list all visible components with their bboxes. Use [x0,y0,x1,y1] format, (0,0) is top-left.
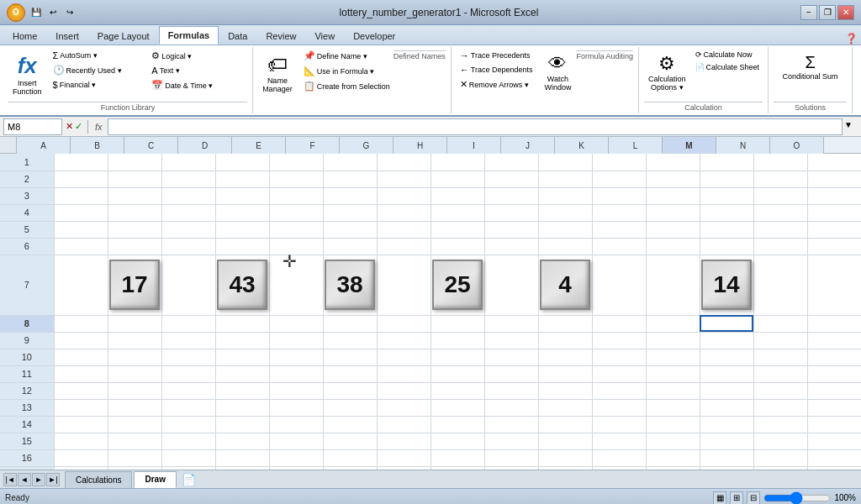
cell-O16[interactable] [807,449,861,466]
autosum-button[interactable]: Σ AutoSum ▾ [50,49,149,62]
cell-F17[interactable] [323,466,377,470]
tab-developer[interactable]: Developer [344,26,404,45]
cell-F6[interactable] [323,238,377,255]
cell-O12[interactable] [807,382,861,399]
cell-A12[interactable] [54,382,108,399]
cell-K2[interactable] [592,171,646,187]
cell-B4[interactable] [108,204,161,221]
cell-H5[interactable] [430,221,484,238]
col-header-f[interactable]: F [286,137,340,154]
cell-G1[interactable] [377,154,430,171]
cell-L14[interactable] [646,416,700,433]
cell-B3[interactable] [108,187,161,204]
cell-E16[interactable] [269,449,323,466]
cell-E3[interactable] [269,187,323,204]
tab-formulas[interactable]: Formulas [159,26,219,45]
cell-G3[interactable] [377,187,430,204]
cell-D4[interactable] [215,204,269,221]
cell-I13[interactable] [484,399,538,416]
cell-K11[interactable] [592,365,646,382]
cell-K15[interactable] [592,433,646,449]
cell-D17[interactable] [215,466,269,470]
cell-O4[interactable] [807,204,861,221]
cell-B1[interactable] [108,154,161,171]
text-button[interactable]: A Text ▾ [148,64,247,77]
tab-last-button[interactable]: ►| [46,473,60,486]
cell-A10[interactable] [54,349,108,365]
cell-N12[interactable] [753,382,807,399]
cell-M8[interactable] [700,315,753,332]
cell-B2[interactable] [108,171,161,187]
cell-C5[interactable] [161,221,215,238]
cell-E1[interactable] [269,154,323,171]
cell-F15[interactable] [323,433,377,449]
restore-button[interactable]: ❐ [819,5,836,20]
col-header-o[interactable]: O [770,137,824,154]
cell-C2[interactable] [161,171,215,187]
cell-L4[interactable] [646,204,700,221]
cell-A6[interactable] [54,238,108,255]
cell-O13[interactable] [807,399,861,416]
cell-N9[interactable] [753,332,807,349]
cell-L6[interactable] [646,238,700,255]
cell-L2[interactable] [646,171,700,187]
cell-B16[interactable] [108,449,161,466]
recently-used-button[interactable]: 🕐 Recently Used ▾ [50,63,149,77]
col-header-k[interactable]: K [555,137,609,154]
col-header-m[interactable]: M [663,137,716,154]
cell-F12[interactable] [323,382,377,399]
cell-I11[interactable] [484,365,538,382]
col-header-a[interactable]: A [17,137,71,154]
cell-J16[interactable] [538,449,592,466]
cell-D8[interactable] [215,315,269,332]
cell-O8[interactable] [807,315,861,332]
cell-I15[interactable] [484,433,538,449]
cell-I17[interactable] [484,466,538,470]
cell-C15[interactable] [161,433,215,449]
cell-C14[interactable] [161,416,215,433]
col-header-b[interactable]: B [71,137,124,154]
cell-K10[interactable] [592,349,646,365]
cell-M12[interactable] [700,382,753,399]
cell-B11[interactable] [108,365,161,382]
cell-M10[interactable] [700,349,753,365]
cell-D9[interactable] [215,332,269,349]
cell-J2[interactable] [538,171,592,187]
cell-C1[interactable] [161,154,215,171]
cell-B15[interactable] [108,433,161,449]
cell-O10[interactable] [807,349,861,365]
cell-D11[interactable] [215,365,269,382]
cell-D10[interactable] [215,349,269,365]
tab-insert[interactable]: Insert [46,26,88,45]
col-header-n[interactable]: N [716,137,770,154]
tab-page-layout[interactable]: Page Layout [88,26,159,45]
cell-I12[interactable] [484,382,538,399]
cell-C12[interactable] [161,382,215,399]
cell-A4[interactable] [54,204,108,221]
cell-N4[interactable] [753,204,807,221]
cell-A15[interactable] [54,433,108,449]
cell-G9[interactable] [377,332,430,349]
remove-arrows-button[interactable]: ✕ Remove Arrows ▾ [457,77,536,92]
sheet-tab-draw[interactable]: Draw [134,471,176,488]
cell-N6[interactable] [753,238,807,255]
cell-G13[interactable] [377,399,430,416]
cell-H7[interactable]: 25 [430,255,484,315]
cell-E7[interactable] [269,255,323,315]
cell-K6[interactable] [592,238,646,255]
cell-N14[interactable] [753,416,807,433]
cell-I4[interactable] [484,204,538,221]
cell-J6[interactable] [538,238,592,255]
cell-J4[interactable] [538,204,592,221]
cell-K13[interactable] [592,399,646,416]
cell-D12[interactable] [215,382,269,399]
zoom-slider[interactable] [763,495,831,501]
cell-C7[interactable] [161,255,215,315]
sheet-tab-calculations[interactable]: Calculations [65,471,132,488]
cell-J15[interactable] [538,433,592,449]
cell-L8[interactable] [646,315,700,332]
cell-M5[interactable] [700,221,753,238]
cell-I1[interactable] [484,154,538,171]
select-all-button[interactable] [0,137,17,153]
cell-E6[interactable] [269,238,323,255]
